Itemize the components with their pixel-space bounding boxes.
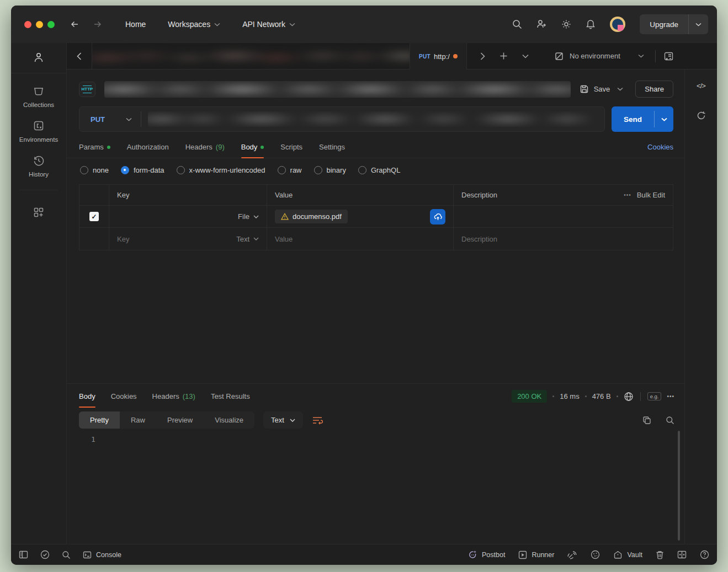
upload-file-button[interactable] <box>430 209 445 224</box>
status-bar: Console Postbot Runner Vault <box>11 544 717 565</box>
user-profile-icon[interactable] <box>32 51 45 73</box>
new-tab-plus-icon[interactable] <box>499 52 508 60</box>
key-cell[interactable]: File <box>109 206 267 227</box>
nav-api-network[interactable]: API Network <box>242 20 295 29</box>
file-chip[interactable]: documenso.pdf <box>275 210 348 223</box>
postbot-button[interactable]: Postbot <box>468 550 505 559</box>
environment-quick-look-icon[interactable] <box>663 43 674 69</box>
method-chevron-icon[interactable] <box>126 117 132 121</box>
sidebar-more-tools-button[interactable] <box>32 195 45 219</box>
url-input[interactable]: PUT <box>79 106 605 132</box>
scroll-tabs-left-icon[interactable] <box>67 43 92 69</box>
upgrade-dropdown-chevron-icon[interactable] <box>689 23 708 26</box>
trash-icon[interactable] <box>656 550 664 559</box>
find-replace-search-icon[interactable] <box>62 550 71 559</box>
notifications-bell-icon[interactable] <box>586 19 596 30</box>
tab-authorization[interactable]: Authorization <box>127 143 169 158</box>
refresh-sync-icon[interactable] <box>697 111 706 120</box>
vault-button[interactable]: Vault <box>613 550 642 559</box>
body-type-binary[interactable]: binary <box>314 166 346 174</box>
search-response-icon[interactable] <box>666 416 674 425</box>
body-type-raw[interactable]: raw <box>278 166 302 174</box>
vault-icon <box>613 550 623 559</box>
status-badge[interactable]: 200 OK <box>512 390 547 403</box>
upgrade-button[interactable]: Upgrade <box>640 20 688 29</box>
tab-params[interactable]: Params <box>79 143 110 158</box>
nav-home[interactable]: Home <box>125 20 146 29</box>
cookies-icon[interactable] <box>591 550 600 559</box>
console-button[interactable]: Console <box>83 551 121 559</box>
help-icon[interactable] <box>700 550 709 559</box>
value-cell[interactable]: documenso.pdf <box>267 206 454 227</box>
active-request-tab[interactable]: PUT http:/ <box>410 43 467 70</box>
search-icon[interactable] <box>512 19 522 29</box>
body-type-graphql[interactable]: GraphQL <box>358 166 400 174</box>
send-options-chevron-icon[interactable] <box>655 106 673 132</box>
minimize-window-button[interactable] <box>36 21 43 28</box>
value-cell[interactable]: Value <box>267 228 454 250</box>
response-tab-cookies[interactable]: Cookies <box>111 392 137 407</box>
body-type-form-data[interactable]: form-data <box>121 166 164 174</box>
response-format-dropdown[interactable]: Text <box>263 411 303 429</box>
wrap-text-icon[interactable] <box>312 416 323 425</box>
tab-scripts[interactable]: Scripts <box>280 143 302 158</box>
sidebar-item-collections[interactable]: Collections <box>23 73 54 108</box>
tab-settings[interactable]: Settings <box>319 143 345 158</box>
split-pane-layout-icon[interactable] <box>677 550 687 559</box>
nav-workspaces[interactable]: Workspaces <box>168 20 220 29</box>
method-selector[interactable]: PUT <box>79 115 126 124</box>
key-cell[interactable]: Key Text <box>109 228 267 250</box>
save-button[interactable]: Save <box>580 84 624 94</box>
view-raw[interactable]: Raw <box>120 411 156 429</box>
value-type-dropdown[interactable]: Text <box>236 235 259 243</box>
avatar[interactable] <box>610 17 625 32</box>
body-type-x-www-form-urlencoded[interactable]: x-www-form-urlencoded <box>177 166 265 174</box>
response-body-editor[interactable]: 1 <box>67 429 684 544</box>
blurred-inactive-tabs[interactable] <box>92 43 410 69</box>
network-globe-icon[interactable] <box>624 392 634 402</box>
environment-selector[interactable]: No environment <box>554 43 644 69</box>
sidebar-item-history[interactable]: History <box>29 143 49 178</box>
tab-headers[interactable]: Headers (9) <box>185 143 225 158</box>
copy-icon[interactable] <box>642 416 651 425</box>
view-visualize[interactable]: Visualize <box>204 411 254 429</box>
response-tab-headers[interactable]: Headers (13) <box>152 392 195 407</box>
bulk-edit-button[interactable]: ••• Bulk Edit <box>624 191 665 199</box>
cookies-link[interactable]: Cookies <box>647 143 673 158</box>
checkbox-checked[interactable]: ✓ <box>89 212 99 221</box>
code-snippet-icon[interactable]: </> <box>697 82 705 90</box>
blurred-request-name[interactable] <box>104 81 571 98</box>
view-pretty[interactable]: Pretty <box>79 411 120 429</box>
forward-icon[interactable] <box>93 20 102 29</box>
capture-requests-icon[interactable] <box>567 550 577 559</box>
view-preview[interactable]: Preview <box>156 411 204 429</box>
response-meta: 200 OK 16 ms 476 B e.g. ••• <box>512 390 674 407</box>
description-cell[interactable] <box>454 206 673 227</box>
select-all-cell[interactable] <box>79 185 109 205</box>
close-window-button[interactable] <box>24 21 31 28</box>
share-button[interactable]: Share <box>635 81 673 98</box>
row-checkbox-cell[interactable] <box>79 228 109 250</box>
body-type-none[interactable]: none <box>80 166 109 174</box>
response-options-icon[interactable]: ••• <box>667 393 674 399</box>
vertical-scrollbar[interactable] <box>678 431 680 541</box>
checks-status-icon[interactable] <box>40 550 50 559</box>
save-as-example-icon[interactable]: e.g. <box>647 392 662 400</box>
scroll-tabs-right-icon[interactable] <box>480 52 485 60</box>
invite-user-icon[interactable] <box>536 19 547 29</box>
send-button[interactable]: Send <box>612 106 654 132</box>
description-cell[interactable]: Description <box>454 228 673 250</box>
runner-button[interactable]: Runner <box>518 550 554 559</box>
tab-options-chevron-icon[interactable] <box>522 54 529 58</box>
zoom-window-button[interactable] <box>47 21 55 28</box>
sidebar-item-environments[interactable]: Environments <box>19 108 58 143</box>
response-tab-test-results[interactable]: Test Results <box>211 392 250 407</box>
save-options-chevron-icon[interactable] <box>617 87 623 91</box>
toggle-sidebar-icon[interactable] <box>19 550 28 559</box>
settings-gear-icon[interactable] <box>561 19 571 29</box>
response-tab-body[interactable]: Body <box>79 392 95 407</box>
value-type-dropdown[interactable]: File <box>238 212 259 221</box>
active-tab-underline <box>241 157 264 158</box>
tab-body[interactable]: Body <box>241 143 264 158</box>
back-icon[interactable] <box>70 20 79 29</box>
